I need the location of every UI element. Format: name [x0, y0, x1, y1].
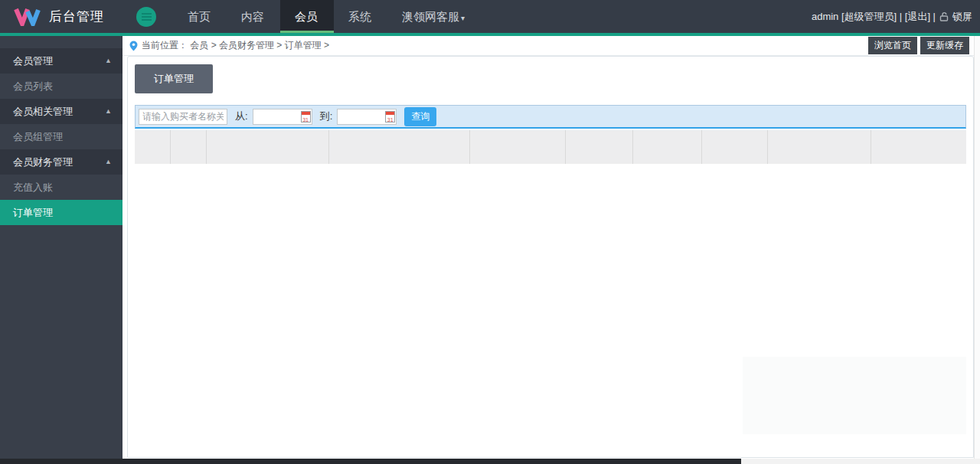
- refresh-cache-button[interactable]: 更新缓存: [920, 37, 969, 54]
- main-content: 当前位置： 会员 > 会员财务管理 > 订单管理 > 浏览首页 更新缓存 订单管…: [122, 36, 980, 464]
- table-column-header: [767, 130, 871, 164]
- sidebar-item[interactable]: 会员组管理: [0, 124, 122, 149]
- table-column-header: [135, 130, 170, 164]
- sidebar-item[interactable]: 会员列表: [0, 74, 122, 99]
- calendar-icon[interactable]: 31: [385, 111, 395, 123]
- browse-home-button[interactable]: 浏览首页: [868, 37, 917, 54]
- top-actions: 浏览首页 更新缓存: [868, 37, 980, 54]
- table-column-header: [469, 130, 565, 164]
- top-navbar: 后台管理 首页内容会员系统澳领网客服▾ admin [超级管理员] | [退出]…: [0, 0, 980, 33]
- user-area: admin [超级管理员] | [退出] | 锁屏: [812, 10, 980, 24]
- date-to-label: 到:: [320, 109, 333, 123]
- sidebar: 会员管理 ▲ 会员列表 会员相关管理 ▲ 会员组管理 会员财务管理 ▲ 充值入账…: [0, 36, 122, 464]
- table-column-header: [170, 130, 206, 164]
- unlock-icon: [939, 11, 949, 21]
- table-column-header: [871, 130, 966, 164]
- chevron-down-icon: ▾: [461, 14, 465, 22]
- horizontal-scrollbar-track[interactable]: [0, 459, 980, 464]
- user-info[interactable]: admin [超级管理员] | [退出] |: [812, 10, 936, 24]
- chevron-up-icon: ▲: [105, 149, 112, 175]
- nav-menu: 首页内容会员系统澳领网客服▾: [173, 0, 479, 33]
- tab-order-management[interactable]: 订单管理: [135, 64, 213, 93]
- horizontal-scrollbar-thumb[interactable]: [0, 459, 741, 464]
- sidebar-item[interactable]: 会员相关管理 ▲: [0, 99, 122, 124]
- table-column-header: [565, 130, 632, 164]
- hamburger-menu-icon[interactable]: [136, 7, 156, 27]
- table-column-header: [328, 130, 469, 164]
- chevron-up-icon: ▲: [105, 48, 112, 74]
- calendar-icon[interactable]: 31: [301, 111, 311, 123]
- nav-item[interactable]: 内容: [227, 0, 280, 33]
- nav-item[interactable]: 首页: [173, 0, 227, 33]
- faint-overlay-box: [743, 357, 966, 434]
- table-column-header: [206, 130, 328, 164]
- date-from-wrap: 31: [253, 109, 312, 125]
- location-pin-icon: [129, 41, 138, 51]
- sidebar-item[interactable]: 订单管理: [0, 200, 122, 225]
- orders-table-header: [135, 130, 966, 164]
- sidebar-item[interactable]: 会员管理 ▲: [0, 48, 122, 74]
- table-column-header: [701, 130, 767, 164]
- date-from-label: 从:: [235, 109, 248, 123]
- nav-item[interactable]: 系统: [334, 0, 387, 33]
- app-title: 后台管理: [49, 8, 104, 25]
- search-toolbar: 从: 31 到: 31 查询: [135, 105, 966, 129]
- logo-w-icon: [14, 7, 41, 26]
- date-to-wrap: 31: [337, 109, 397, 125]
- breadcrumb-bar: 当前位置： 会员 > 会员财务管理 > 订单管理 > 浏览首页 更新缓存: [122, 36, 980, 56]
- table-column-header: [632, 130, 701, 164]
- nav-item[interactable]: 澳领网客服▾: [387, 0, 479, 33]
- sidebar-item[interactable]: 会员财务管理 ▲: [0, 149, 122, 175]
- keyword-input[interactable]: [139, 109, 227, 125]
- sidebar-item[interactable]: 充值入账: [0, 175, 122, 200]
- search-submit-button[interactable]: 查询: [404, 107, 436, 126]
- nav-item[interactable]: 会员: [280, 0, 334, 33]
- breadcrumb: 当前位置： 会员 > 会员财务管理 > 订单管理 >: [142, 39, 329, 52]
- lock-screen-link[interactable]: 锁屏: [952, 10, 972, 24]
- brand: 后台管理: [0, 7, 136, 26]
- chevron-up-icon: ▲: [105, 99, 112, 124]
- content-panel: 订单管理 从: 31 到: 31 查询: [127, 56, 974, 458]
- vertical-scrollbar[interactable]: [974, 36, 980, 459]
